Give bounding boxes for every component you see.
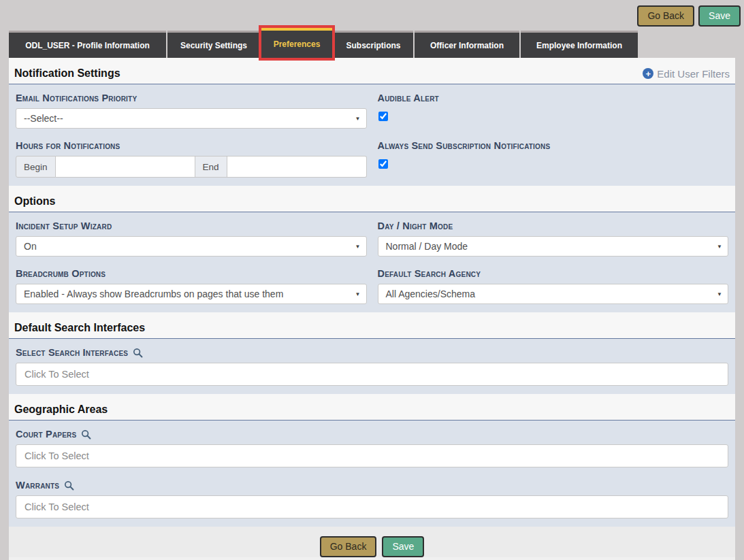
breadcrumb-options-label: Breadcrumb Options (16, 265, 367, 284)
chevron-down-icon: ▼ (355, 244, 361, 250)
email-priority-label: Email Notifications Priority (16, 90, 367, 108)
day-night-mode-select[interactable]: Normal / Day Mode ▼ (378, 236, 729, 257)
audible-alert-checkbox[interactable] (378, 112, 388, 121)
plus-circle-icon: + (643, 68, 653, 79)
default-search-interfaces-header: Default Search Interfaces (9, 312, 735, 339)
day-night-mode-label: Day / Night Mode (378, 218, 729, 236)
geographic-areas-header: Geographic Areas (9, 394, 735, 421)
save-button-bottom[interactable]: Save (382, 536, 424, 557)
chevron-down-icon: ▼ (717, 244, 722, 250)
save-button-top[interactable]: Save (698, 5, 741, 27)
section-notification-settings: Notification Settings + Edit User Filter… (9, 58, 735, 186)
email-priority-select[interactable]: --Select-- ▼ (16, 108, 367, 129)
breadcrumb-options-select[interactable]: Enabled - Always show Breadcrumbs on pag… (16, 284, 367, 304)
preferences-panel: Notification Settings + Edit User Filter… (9, 58, 735, 560)
select-search-interfaces-label: Select Search Interfaces (16, 344, 728, 363)
hours-notifications-label: Hours for Notifications (16, 137, 367, 156)
go-back-button-bottom[interactable]: Go Back (320, 536, 377, 557)
tab-officer-information[interactable]: Officer Information (415, 31, 519, 58)
search-icon[interactable] (133, 348, 143, 358)
tab-subscriptions[interactable]: Subscriptions (334, 31, 413, 58)
hours-input-group: Begin End (16, 156, 367, 178)
tab-employee-information[interactable]: Employee Information (521, 31, 638, 58)
always-send-checkbox[interactable] (378, 159, 388, 169)
audible-alert-label: Audible Alert (378, 90, 729, 108)
end-addon-label: End (195, 156, 227, 178)
section-title: Default Search Interfaces (14, 322, 145, 334)
search-icon[interactable] (81, 429, 91, 440)
chevron-down-icon: ▼ (717, 291, 722, 297)
default-search-agency-select[interactable]: All Agencies/Schema ▼ (378, 284, 729, 304)
edit-user-filters-link[interactable]: + Edit User Filters (643, 68, 730, 80)
court-papers-label-text: Court Papers (16, 429, 76, 440)
begin-addon-label: Begin (16, 156, 56, 178)
edit-user-filters-label: Edit User Filters (657, 68, 730, 80)
end-hours-input[interactable] (227, 156, 367, 178)
email-priority-value: --Select-- (24, 113, 63, 124)
footer-action-bar: Go Back Save (9, 527, 735, 557)
day-night-mode-value: Normal / Day Mode (386, 241, 468, 252)
search-icon[interactable] (64, 480, 74, 491)
options-header: Options (9, 186, 735, 212)
default-search-interfaces-body: Select Search Interfaces Click To Select (9, 339, 735, 394)
section-title: Notification Settings (14, 67, 120, 80)
tab-preferences[interactable]: Preferences (261, 28, 332, 58)
tab-security-settings[interactable]: Security Settings (167, 31, 260, 58)
warrants-label-text: Warrants (16, 480, 59, 491)
select-search-interfaces-pickbox[interactable]: Click To Select (16, 363, 728, 386)
default-search-agency-label: Default Search Agency (378, 265, 729, 284)
breadcrumb-options-value: Enabled - Always show Breadcrumbs on pag… (24, 289, 283, 299)
default-search-agency-value: All Agencies/Schema (386, 289, 476, 299)
incident-wizard-value: On (24, 241, 37, 252)
incident-wizard-select[interactable]: On ▼ (16, 236, 367, 257)
section-title: Geographic Areas (14, 403, 108, 416)
incident-wizard-label: Incident Setup Wizard (16, 218, 367, 236)
select-search-interfaces-label-text: Select Search Interfaces (16, 347, 128, 358)
notification-settings-body: Email Notifications Priority --Select-- … (9, 84, 735, 186)
options-body: Incident Setup Wizard On ▼ Day / Night M… (9, 212, 735, 312)
section-default-search-interfaces: Default Search Interfaces Select Search … (9, 312, 735, 394)
go-back-button-top[interactable]: Go Back (637, 5, 694, 27)
section-title: Options (14, 195, 55, 208)
chevron-down-icon: ▼ (355, 291, 361, 297)
warrants-pickbox[interactable]: Click To Select (16, 495, 728, 518)
tab-profile-information[interactable]: ODL_USER - Profile Information (9, 31, 166, 58)
begin-hours-input[interactable] (56, 156, 195, 178)
warrants-label: Warrants (16, 477, 728, 495)
court-papers-pickbox[interactable]: Click To Select (16, 444, 728, 467)
chevron-down-icon: ▼ (355, 116, 361, 122)
court-papers-label: Court Papers (16, 426, 728, 444)
section-geographic-areas: Geographic Areas Court Papers Click To S… (9, 394, 735, 527)
always-send-label: Always Send Subscription Notifications (378, 137, 729, 156)
tab-bar: ODL_USER - Profile Information Security … (9, 29, 639, 58)
section-options: Options Incident Setup Wizard On ▼ Day /… (9, 186, 735, 312)
top-action-bar: Go Back Save (637, 5, 741, 27)
geographic-areas-body: Court Papers Click To Select Warrants Cl… (9, 421, 735, 527)
notification-settings-header: Notification Settings + Edit User Filter… (9, 58, 735, 84)
